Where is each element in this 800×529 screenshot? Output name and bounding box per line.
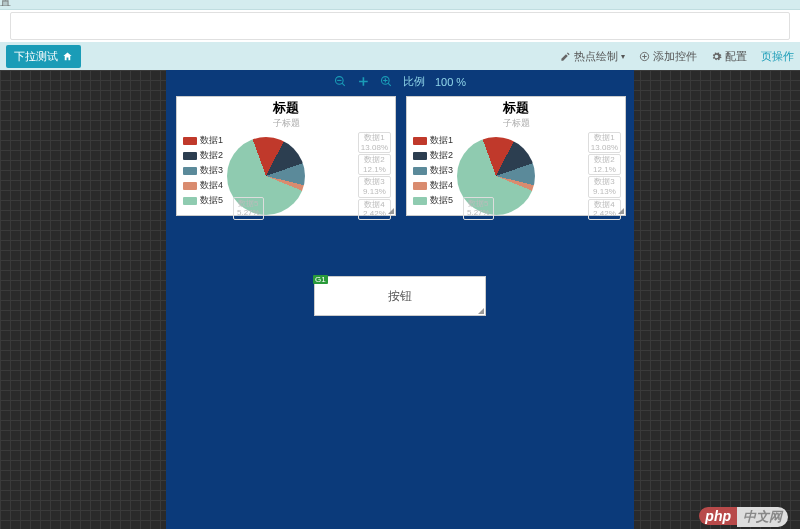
hotspot-draw-button[interactable]: 热点绘制 ▾ bbox=[560, 49, 625, 64]
legend-item: 数据3 bbox=[183, 164, 227, 177]
pie-chart-widget-1[interactable]: 标题 子标题 数据1数据2数据3数据4数据5 数据113.08%数据212.1%… bbox=[176, 96, 396, 216]
legend-item: 数据1 bbox=[183, 134, 227, 147]
toolbar-right: 热点绘制 ▾ 添加控件 配置 页操作 bbox=[560, 49, 794, 64]
chart-body: 数据1数据2数据3数据4数据5 数据113.08%数据212.1%数据39.13… bbox=[177, 130, 395, 222]
edit-icon bbox=[560, 51, 571, 62]
page-ops-label: 页操作 bbox=[761, 49, 794, 64]
header-strip: 置 bbox=[0, 0, 800, 10]
chart-title: 标题 bbox=[177, 97, 395, 117]
address-bar[interactable] bbox=[10, 12, 790, 40]
design-canvas[interactable]: 比例 100 % 标题 子标题 数据1数据2数据3数据4数据5 数据113.08… bbox=[166, 70, 634, 529]
chart-title: 标题 bbox=[407, 97, 625, 117]
header-char: 置 bbox=[0, 0, 11, 9]
chart-subtitle: 子标题 bbox=[177, 117, 395, 130]
widget-badge: G1 bbox=[313, 275, 328, 284]
page-ops-button[interactable]: 页操作 bbox=[761, 49, 794, 64]
dropdown-test-button[interactable]: 下拉测试 bbox=[6, 45, 81, 68]
legend-item: 数据5 bbox=[413, 194, 457, 207]
watermark-left: php bbox=[699, 507, 737, 525]
pie-slice-label: 数据212.1% bbox=[358, 154, 391, 175]
legend-item: 数据3 bbox=[413, 164, 457, 177]
pie-chart-widget-2[interactable]: 标题 子标题 数据1数据2数据3数据4数据5 数据113.08%数据212.1%… bbox=[406, 96, 626, 216]
add-widget-button[interactable]: 添加控件 bbox=[639, 49, 697, 64]
zoom-out-icon[interactable] bbox=[334, 75, 347, 88]
toolbar: 下拉测试 热点绘制 ▾ 添加控件 配置 页操作 bbox=[0, 42, 800, 70]
watermark-right: 中文网 bbox=[737, 507, 788, 527]
config-button[interactable]: 配置 bbox=[711, 49, 747, 64]
button-widget-label: 按钮 bbox=[388, 288, 412, 305]
pie-wrap: 数据113.08%数据212.1%数据39.13%数据42.42% 数据5 5.… bbox=[227, 130, 395, 222]
legend-item: 数据5 bbox=[183, 194, 227, 207]
zoom-plus-icon[interactable] bbox=[357, 75, 370, 88]
pie-big-label: 数据5 5.27% bbox=[233, 197, 264, 220]
dropdown-caret-icon: ▾ bbox=[621, 52, 625, 61]
add-widget-label: 添加控件 bbox=[653, 49, 697, 64]
resize-handle-icon[interactable] bbox=[386, 206, 394, 214]
resize-handle-icon[interactable] bbox=[476, 306, 484, 314]
pie-slice-label: 数据212.1% bbox=[588, 154, 621, 175]
zoom-value: 100 % bbox=[435, 76, 466, 88]
legend-item: 数据4 bbox=[183, 179, 227, 192]
pie-slice-label: 数据113.08% bbox=[358, 132, 391, 153]
plus-circle-icon bbox=[639, 51, 650, 62]
pie-slice-label: 数据113.08% bbox=[588, 132, 621, 153]
zoom-in-icon[interactable] bbox=[380, 75, 393, 88]
pie-slice-label: 数据39.13% bbox=[588, 176, 621, 197]
pie-slice-label: 数据39.13% bbox=[358, 176, 391, 197]
legend-item: 数据2 bbox=[413, 149, 457, 162]
chart-body: 数据1数据2数据3数据4数据5 数据113.08%数据212.1%数据39.13… bbox=[407, 130, 625, 222]
resize-handle-icon[interactable] bbox=[616, 206, 624, 214]
chart-subtitle: 子标题 bbox=[407, 117, 625, 130]
watermark: php 中文网 bbox=[699, 507, 788, 527]
chart-legend: 数据1数据2数据3数据4数据5 bbox=[407, 130, 457, 222]
legend-item: 数据4 bbox=[413, 179, 457, 192]
chart-legend: 数据1数据2数据3数据4数据5 bbox=[177, 130, 227, 222]
gear-icon bbox=[711, 51, 722, 62]
pie-wrap: 数据113.08%数据212.1%数据39.13%数据42.42% 数据5 5.… bbox=[457, 130, 625, 222]
dropdown-test-label: 下拉测试 bbox=[14, 49, 58, 64]
zoom-label: 比例 bbox=[403, 74, 425, 89]
legend-item: 数据1 bbox=[413, 134, 457, 147]
hotspot-label: 热点绘制 bbox=[574, 49, 618, 64]
workspace[interactable]: 比例 100 % 标题 子标题 数据1数据2数据3数据4数据5 数据113.08… bbox=[0, 70, 800, 529]
zoom-controls: 比例 100 % bbox=[334, 74, 466, 89]
config-label: 配置 bbox=[725, 49, 747, 64]
pie-big-label: 数据5 5.27% bbox=[463, 197, 494, 220]
home-icon bbox=[62, 51, 73, 62]
legend-item: 数据2 bbox=[183, 149, 227, 162]
button-widget[interactable]: G1 按钮 bbox=[314, 276, 486, 316]
